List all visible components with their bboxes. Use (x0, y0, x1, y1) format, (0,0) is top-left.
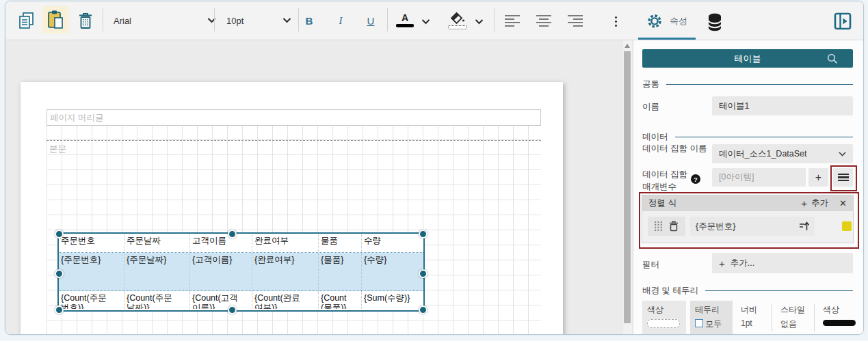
resize-handle[interactable] (419, 305, 428, 314)
dataset-param-input[interactable]: [0아이템] (712, 168, 806, 187)
resize-handle[interactable] (228, 230, 237, 238)
section-common-label: 공통 (642, 79, 659, 90)
fill-color-dropdown[interactable] (472, 18, 486, 26)
bold-button[interactable]: B (298, 10, 320, 31)
align-center-button[interactable] (532, 13, 555, 28)
table-cell[interactable]: {주문날짜} (124, 253, 190, 290)
dataset-name-dropdown[interactable]: 데이터_소스1_DataSet (712, 144, 853, 163)
underline-button[interactable]: U (360, 10, 382, 31)
align-left-button[interactable] (501, 13, 524, 28)
chevron-down-icon (475, 19, 484, 25)
copy-icon (18, 11, 36, 30)
design-canvas: 페이지 머리글 본문 주문번호 주문날짜 고객이름 완료여부 물품 수량 { (5, 40, 633, 334)
table-cell[interactable]: 완료여부 (252, 234, 319, 252)
table-cell[interactable]: 고객이름 (190, 234, 252, 252)
table-cell[interactable]: {Sum(수량)} (362, 291, 423, 309)
section-data-label: 데이터 (642, 131, 668, 143)
name-value: 테이블1 (719, 100, 749, 112)
border-all-checkbox[interactable] (695, 319, 703, 327)
table-cell[interactable]: {Count(완료여부)} (252, 291, 319, 309)
table-data-row-selected: {주문번호} {주문날짜} {고객이름} {완료여부} {물품} {수량} (59, 253, 423, 291)
resize-handle[interactable] (55, 305, 64, 314)
table-cell[interactable]: {Count(고객이름)} (190, 291, 252, 309)
delete-button[interactable] (75, 10, 96, 31)
scroll-up-arrow[interactable] (624, 44, 630, 48)
delete-sort-icon[interactable] (669, 221, 679, 232)
bg-color-swatch[interactable] (647, 319, 680, 328)
resize-handle[interactable] (419, 269, 428, 278)
filter-add-button[interactable]: + 추가... (712, 253, 853, 273)
drag-handle-icon[interactable] (655, 221, 662, 231)
table-cell[interactable]: {Count(물품)} (319, 291, 362, 309)
border-style-value: 없음 (780, 318, 811, 330)
font-color-dropdown[interactable] (419, 18, 432, 26)
resize-handle[interactable] (55, 230, 64, 238)
filter-label: 필터 (642, 259, 659, 271)
plus-icon: + (719, 258, 725, 269)
bg-color-control[interactable]: 색상 (642, 301, 686, 335)
tab-properties[interactable]: 속성 (638, 11, 696, 31)
scrollbar-thumb[interactable] (624, 51, 631, 323)
table-cell[interactable]: 수량 (362, 234, 423, 252)
page-header-band[interactable]: 페이지 머리글 (47, 109, 541, 126)
table-cell[interactable]: {완료여부} (252, 253, 319, 290)
bg-color-label: 색상 (647, 304, 686, 316)
table-cell[interactable]: {고객이름} (190, 253, 252, 290)
section-bg-border-label: 배경 및 테두리 (642, 285, 698, 297)
search-icon[interactable] (827, 53, 838, 64)
fill-color-button[interactable] (445, 9, 471, 32)
italic-button[interactable]: I (330, 10, 352, 31)
help-icon[interactable]: ? (691, 174, 700, 184)
border-width-control[interactable]: 너비 1pt (736, 301, 769, 335)
border-color-label: 색상 (823, 304, 858, 316)
table-cell[interactable]: 주문날짜 (124, 234, 190, 252)
font-size-dropdown[interactable]: 10pt (221, 10, 297, 31)
border-width-label: 너비 (741, 304, 769, 316)
table-cell[interactable]: {Count(주문번호)} (59, 291, 124, 309)
collapse-panel-button[interactable] (833, 12, 852, 31)
chevron-down-icon (839, 152, 846, 156)
table-cell[interactable]: {수량} (362, 253, 423, 290)
resize-handle[interactable] (228, 305, 237, 314)
dataset-param-label: 데이터 집합 매개변수 (642, 169, 697, 193)
plus-icon: + (801, 197, 807, 209)
table-cell[interactable]: 주문번호 (59, 234, 124, 252)
table-cell[interactable]: 물품 (319, 234, 362, 252)
copy-button[interactable] (16, 10, 37, 31)
highlight-color-swatch[interactable] (842, 221, 852, 231)
resize-handle[interactable] (55, 269, 64, 278)
border-color-swatch[interactable] (823, 320, 856, 326)
border-style-control[interactable]: 스타일 없음 (776, 301, 811, 335)
paste-button[interactable] (42, 6, 68, 33)
font-family-dropdown[interactable]: Arial (108, 10, 222, 31)
table-cell[interactable]: {Count(주문날짜)} (124, 291, 190, 309)
border-color-control[interactable]: 색상 (818, 301, 858, 335)
border-all-label: 모두 (705, 319, 722, 329)
dataset-name-label: 데이터 집합 이름 (642, 143, 708, 155)
table-cell[interactable]: {물품} (319, 253, 362, 290)
overflow-menu-button[interactable] (610, 13, 621, 29)
design-grid: 페이지 머리글 본문 주문번호 주문날짜 고객이름 완료여부 물품 수량 { (47, 109, 541, 335)
sort-field-input[interactable]: {주문번호} (690, 217, 815, 236)
font-color-button[interactable]: A (393, 10, 417, 31)
border-width-value: 1pt (741, 318, 769, 328)
report-page[interactable]: 페이지 머리글 본문 주문번호 주문날짜 고객이름 완료여부 물품 수량 { (21, 82, 563, 335)
add-param-button[interactable]: + (808, 168, 828, 187)
table-element[interactable]: 주문번호 주문날짜 고객이름 완료여부 물품 수량 {주문번호} {주문날짜} … (57, 232, 425, 312)
more-vertical-icon (615, 16, 617, 27)
sort-ascending-icon[interactable] (799, 221, 809, 231)
font-size-value: 10pt (226, 16, 244, 26)
section-bg-border: 배경 및 테두리 (642, 285, 853, 297)
align-right-button[interactable] (564, 13, 587, 28)
divider (814, 304, 815, 331)
properties-tab-label: 속성 (670, 15, 687, 27)
canvas-scrollbar[interactable] (622, 40, 632, 334)
table-cell[interactable]: {주문번호} (59, 253, 124, 290)
name-input[interactable]: 테이블1 (712, 96, 853, 115)
resize-handle[interactable] (419, 230, 428, 238)
border-all-control[interactable]: 테두리 모두 (690, 301, 733, 335)
data-source-button[interactable] (705, 12, 725, 32)
param-menu-button[interactable] (833, 168, 853, 187)
sort-add-button[interactable]: + 추가 (801, 197, 828, 209)
close-icon[interactable]: ✕ (839, 198, 847, 208)
